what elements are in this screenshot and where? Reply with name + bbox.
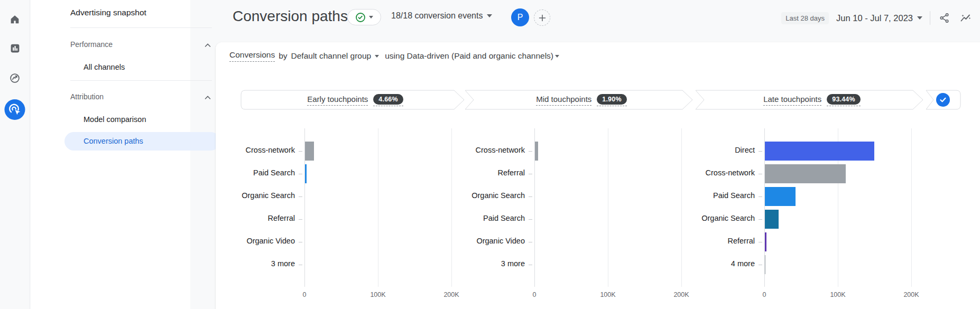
chart-row: Referral — [637, 231, 933, 254]
tab-mid-touchpoints[interactable]: Mid touchpoints 1.90% — [465, 90, 693, 110]
tab-late-touchpoints[interactable]: Late touchpoints 93.44% — [695, 90, 923, 110]
category-label: Referral — [637, 237, 755, 245]
category-tick — [299, 219, 302, 220]
touchpoint-label: Early touchpoints — [307, 95, 368, 106]
category-label: Paid Search — [178, 168, 295, 177]
date-preset-chip[interactable]: Last 28 days — [781, 12, 829, 24]
category-label: Organic Search — [178, 191, 295, 200]
touchpoint-badge: 4.66% — [373, 94, 403, 106]
category-tick — [299, 174, 302, 174]
category-label: 4 more — [637, 259, 755, 268]
advertising-icon[interactable] — [4, 99, 25, 120]
category-label: Organic Video — [178, 237, 295, 245]
bar — [765, 187, 796, 206]
header-divider — [930, 11, 930, 25]
share-icon[interactable] — [938, 11, 951, 25]
icon-rail — [0, 0, 30, 309]
chart-row: Cross-network — [637, 163, 933, 185]
chart-row: Paid Search — [637, 185, 933, 208]
avatar[interactable]: P — [511, 8, 529, 26]
x-axis-tick-label: 0 — [763, 291, 766, 298]
explore-icon[interactable] — [4, 68, 25, 89]
category-tick — [529, 174, 532, 174]
nav-item-all-channels[interactable]: All channels — [84, 63, 125, 71]
bar — [765, 142, 874, 161]
touchpoint-badge: 1.90% — [597, 94, 626, 106]
chart-late-touchpoints: 0100K200KDirectCross-networkPaid SearchO… — [637, 128, 933, 303]
nav-divider — [70, 27, 212, 28]
category-label: Referral — [178, 214, 295, 222]
category-tick — [529, 265, 532, 265]
insights-icon[interactable] — [959, 11, 973, 25]
chevron-up-icon[interactable] — [204, 42, 211, 49]
page-title: Conversion paths — [233, 8, 348, 25]
category-tick — [529, 219, 532, 220]
category-tick — [759, 151, 762, 152]
bar — [765, 255, 765, 274]
plus-icon — [538, 14, 547, 22]
dimension-dropdown[interactable]: Default channel group — [291, 51, 372, 61]
category-label: 3 more — [178, 259, 295, 268]
category-tick — [759, 174, 762, 174]
chart-row: Organic Search — [637, 208, 933, 231]
chart-row: Direct — [637, 140, 933, 163]
select-all-toggle[interactable] — [936, 93, 950, 107]
category-label: Organic Search — [408, 191, 525, 200]
category-label: Cross-network — [178, 146, 295, 154]
home-icon[interactable] — [4, 9, 25, 30]
touchpoint-label: Late touchpoints — [763, 95, 821, 106]
x-axis-tick-label: 100K — [830, 291, 845, 298]
nav-item-advertising-snapshot[interactable]: Advertising snapshot — [70, 8, 146, 17]
nav-section-attribution[interactable]: Attribution — [70, 92, 104, 101]
attribution-model-dropdown[interactable]: using Data-driven (Paid and organic chan… — [385, 51, 553, 61]
bar — [535, 142, 538, 161]
chevron-down-icon — [917, 16, 922, 20]
tab-early-touchpoints[interactable]: Early touchpoints 4.66% — [241, 90, 465, 110]
nav-section-performance[interactable]: Performance — [70, 40, 113, 49]
category-tick — [759, 219, 762, 220]
reports-icon[interactable] — [4, 38, 25, 59]
category-tick — [299, 151, 302, 152]
x-axis-tick-label: 200K — [903, 291, 919, 298]
advertising-nav: Advertising snapshot Performance All cha… — [31, 0, 190, 309]
category-label: Organic Search — [637, 214, 755, 222]
avatar-letter: P — [517, 13, 523, 22]
bar — [305, 142, 314, 161]
category-tick — [529, 242, 532, 242]
x-axis-tick-label: 0 — [533, 291, 537, 298]
chart-row: 4 more — [637, 254, 933, 276]
conversion-events-dropdown[interactable]: 18/18 conversion events — [391, 11, 492, 21]
nav-item-label: Conversion paths — [84, 137, 143, 145]
category-label: Paid Search — [637, 191, 755, 200]
x-axis-tick-label: 100K — [370, 291, 385, 298]
x-axis-tick-label: 100K — [600, 291, 615, 298]
category-label: Paid Search — [408, 214, 525, 222]
data-quality-button[interactable] — [347, 9, 381, 25]
chart-rows: DirectCross-networkPaid SearchOrganic Se… — [637, 140, 933, 276]
bar — [305, 164, 307, 183]
category-tick — [759, 196, 762, 197]
add-comparison-button[interactable] — [534, 10, 550, 26]
chevron-down-icon — [487, 14, 492, 17]
touchpoint-badge: 93.44% — [827, 94, 861, 106]
category-label: Direct — [637, 146, 755, 154]
nav-item-model-comparison[interactable]: Model comparison — [84, 115, 146, 124]
category-label: Referral — [408, 168, 525, 177]
category-tick — [759, 242, 762, 242]
touchpoint-label: Mid touchpoints — [536, 95, 591, 106]
category-tick — [299, 196, 302, 197]
category-tick — [759, 265, 762, 265]
chevron-up-icon[interactable] — [204, 94, 211, 101]
metric-term[interactable]: Conversions — [229, 50, 275, 62]
ga4-advertising-page: Advertising snapshot Performance All cha… — [0, 0, 980, 309]
nav-divider — [70, 80, 212, 81]
date-range-picker[interactable]: Jun 10 - Jul 7, 2023 — [836, 13, 922, 23]
chevron-down-icon — [375, 55, 379, 58]
touchpoints-select-segment — [926, 90, 961, 110]
verified-check-icon — [355, 12, 366, 23]
chevron-down-icon — [369, 16, 373, 18]
bar — [765, 164, 846, 183]
report-dimension-line: Conversions by Default channel group usi… — [229, 50, 559, 62]
by-text: by — [279, 51, 287, 61]
chevron-down-icon — [555, 55, 559, 58]
